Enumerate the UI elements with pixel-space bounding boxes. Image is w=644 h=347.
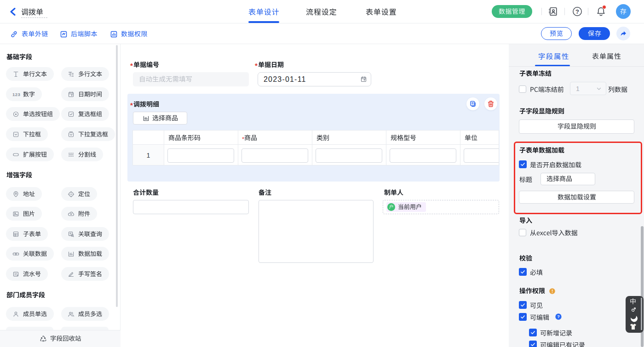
svg-text:?: ?	[557, 314, 560, 319]
svg-text:?: ?	[575, 8, 579, 15]
